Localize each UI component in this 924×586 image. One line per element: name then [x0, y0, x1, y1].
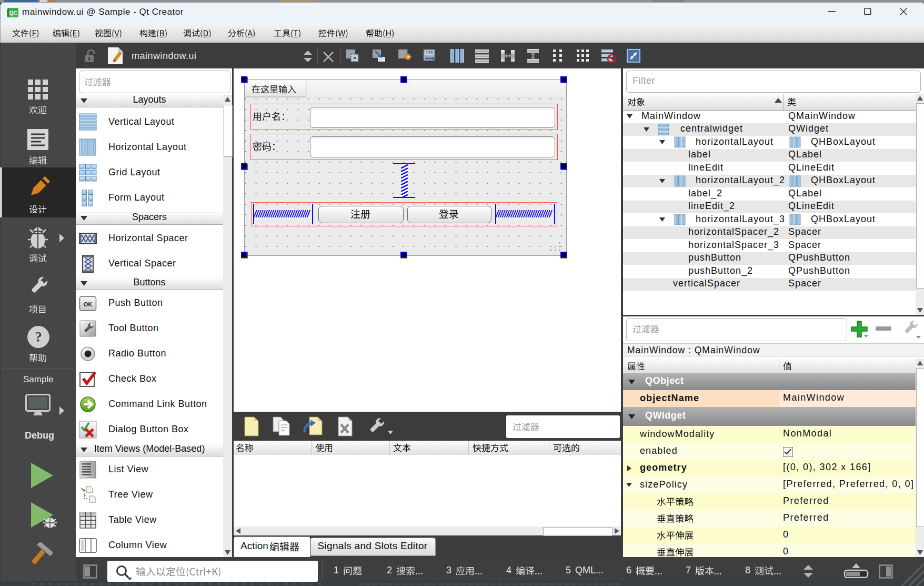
svg-text:QC: QC	[9, 11, 17, 16]
svg-text:123: 123	[425, 50, 433, 55]
svg-text:?: ?	[35, 329, 42, 345]
svg-text:OK: OK	[84, 301, 93, 307]
